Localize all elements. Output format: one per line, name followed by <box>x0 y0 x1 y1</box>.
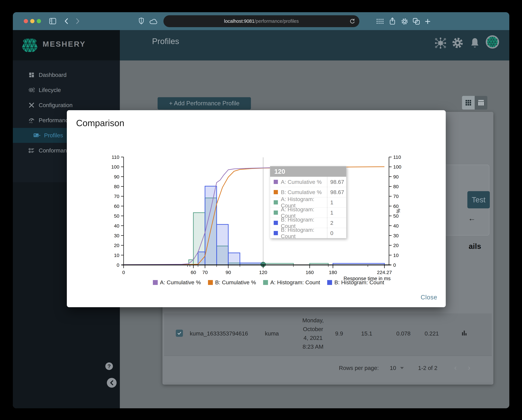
test-button[interactable]: Test <box>467 191 490 208</box>
shield-icon[interactable] <box>138 17 144 24</box>
svg-text:10: 10 <box>393 253 399 258</box>
test-button-label: Test <box>472 195 485 204</box>
rows-per-page-select[interactable]: 10 <box>390 365 396 371</box>
lifecycle-icon <box>28 86 35 94</box>
forward-icon[interactable] <box>75 18 80 24</box>
settings-gear-icon[interactable] <box>401 18 408 25</box>
svg-text:60: 60 <box>114 203 119 209</box>
mesh-sync-icon[interactable] <box>434 37 447 49</box>
url-path: /performance/profiles <box>254 19 299 24</box>
zoom-window-button[interactable] <box>37 19 41 23</box>
meshery-logo-icon[interactable] <box>21 37 39 53</box>
url-host: localhost:9081 <box>224 19 254 24</box>
avatar[interactable] <box>485 35 499 49</box>
svg-text:0: 0 <box>117 262 119 268</box>
close-window-button[interactable] <box>24 19 28 23</box>
back-arrow-icon[interactable]: ← <box>468 214 476 223</box>
tooltip-swatch <box>274 190 278 194</box>
rows-per-page-caret-icon[interactable] <box>400 367 404 369</box>
svg-text:60: 60 <box>393 203 399 209</box>
tooltip-header: 120 <box>270 166 346 177</box>
grid-dots-icon[interactable] <box>376 18 384 24</box>
svg-text:80: 80 <box>393 184 399 189</box>
sidebar-item-label: Lifecycle <box>39 87 61 93</box>
svg-text:smp: smp <box>29 122 33 123</box>
svg-text:70: 70 <box>393 194 399 199</box>
tooltip-value: 2 <box>327 218 346 228</box>
svg-text:80: 80 <box>114 184 119 189</box>
tab-overview-icon[interactable] <box>413 18 420 25</box>
tooltip-row: B: Histogram: Count2 <box>270 218 346 228</box>
cell-qps: 9.9 <box>335 330 343 337</box>
next-page-icon[interactable]: › <box>468 363 470 372</box>
tooltip-value: 1 <box>327 208 346 218</box>
cell-profile-name: kuma_1633353794616 <box>190 330 248 337</box>
legend-label: A: Histogram: Count <box>270 279 320 285</box>
screenshot-stage: localhost:9081/performance/profiles <box>0 0 522 420</box>
tooltip-label: B: Histogram: Count <box>281 227 327 240</box>
svg-text:90: 90 <box>114 174 119 180</box>
close-button[interactable]: Close <box>421 294 437 301</box>
svg-text:180: 180 <box>329 270 337 275</box>
legend-item[interactable]: B: Cumulative % <box>208 279 256 285</box>
collapse-sidebar-icon[interactable] <box>107 378 117 388</box>
sidebar-item-lifecycle[interactable]: Lifecycle <box>13 82 120 98</box>
svg-text:50: 50 <box>114 213 119 219</box>
minimize-window-button[interactable] <box>30 19 34 23</box>
share-icon[interactable] <box>389 17 396 25</box>
legend-swatch <box>208 280 213 285</box>
table-divider <box>164 356 492 356</box>
svg-text:40: 40 <box>393 223 399 229</box>
date-line: October <box>292 325 334 334</box>
page-title: Profiles <box>152 37 179 46</box>
tooltip-label: A: Cumulative % <box>281 179 327 185</box>
reload-icon[interactable] <box>349 18 355 24</box>
sidebar-item-label: Configuration <box>39 102 73 108</box>
back-icon[interactable] <box>64 18 69 24</box>
legend-item[interactable]: B: Histogram: Count <box>327 279 384 285</box>
tooltip-row: A: Cumulative %98.67 <box>270 177 346 187</box>
url-bar[interactable]: localhost:9081/performance/profiles <box>163 15 359 27</box>
svg-text:10: 10 <box>114 253 119 258</box>
row-chart-icon[interactable] <box>461 329 468 337</box>
help-icon[interactable]: ? <box>105 362 114 371</box>
comparison-modal: Comparison 00101020203030404050506060707… <box>67 110 446 307</box>
logo-strip: MESHERY <box>13 30 120 61</box>
add-performance-profile-button[interactable]: + Add Performance Profile <box>158 97 251 110</box>
configuration-icon <box>28 102 35 109</box>
tooltip-swatch <box>274 221 278 225</box>
svg-text:110: 110 <box>393 154 401 160</box>
table-view-button[interactable] <box>475 96 487 110</box>
performance-icon: smp <box>28 117 35 124</box>
tooltip-value: 0 <box>327 228 346 238</box>
dashboard-icon <box>28 71 35 78</box>
new-tab-plus-icon[interactable] <box>424 18 431 25</box>
svg-text:%: % <box>395 209 401 213</box>
browser-toolbar: localhost:9081/performance/profiles <box>13 12 509 30</box>
legend-label: B: Cumulative % <box>215 279 256 285</box>
legend-item[interactable]: A: Histogram: Count <box>263 279 320 285</box>
svg-text:50: 50 <box>393 213 399 219</box>
sidebar-toggle-icon[interactable] <box>49 18 56 24</box>
tooltip-value: 98.67 <box>327 177 346 187</box>
tooltip-swatch <box>274 180 278 184</box>
svg-text:0: 0 <box>393 262 396 268</box>
cell-date: Monday, October 4, 2021 8:23 AM <box>292 316 334 351</box>
tooltip-row: A: Histogram: Count1 <box>270 207 346 218</box>
gear-icon[interactable] <box>452 37 464 49</box>
previous-page-icon[interactable]: ‹ <box>454 363 457 372</box>
row-checkbox[interactable] <box>176 330 183 337</box>
svg-text:100: 100 <box>111 164 119 170</box>
svg-text:20: 20 <box>114 243 119 248</box>
legend-item[interactable]: A: Cumulative % <box>153 279 201 285</box>
tooltip-row: B: Histogram: Count0 <box>270 228 346 238</box>
legend-swatch <box>327 280 332 285</box>
svg-text:30: 30 <box>393 233 399 238</box>
sidebar-item-dashboard[interactable]: Dashboard <box>13 68 120 82</box>
notifications-bell-icon[interactable] <box>469 37 481 49</box>
cloud-icon[interactable] <box>149 18 159 24</box>
tooltip-value: 1 <box>327 197 346 207</box>
grid-view-button[interactable] <box>462 96 475 110</box>
rows-per-page-label: Rows per page: <box>339 365 379 371</box>
svg-text:60: 60 <box>191 270 196 275</box>
